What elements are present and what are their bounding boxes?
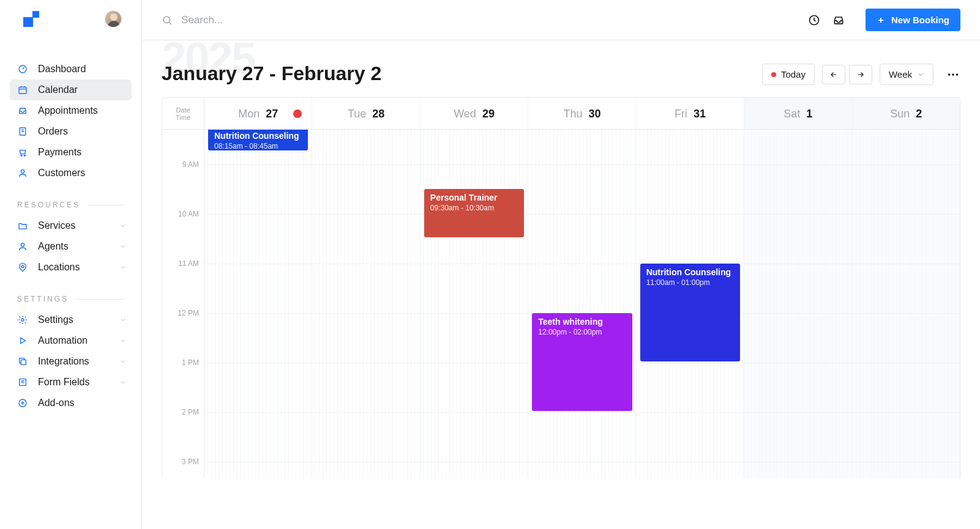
calendar-event[interactable]: Personal Trainer09:30am - 10:30am [424,189,524,237]
sidebar: DashboardCalendarAppointmentsOrdersPayme… [0,0,142,529]
user-icon [17,241,28,252]
gauge-icon [17,64,28,75]
section-label: Resources [17,201,124,209]
nav-item-calendar[interactable]: Calendar [10,80,132,100]
day-header[interactable]: Tue28 [312,98,420,129]
chevron-down-icon [119,243,127,250]
header: New Booking [142,0,980,40]
nav-item-dashboard[interactable]: Dashboard [10,59,132,80]
svg-point-5 [21,170,24,173]
svg-line-13 [169,22,171,24]
inbox-icon[interactable] [832,14,845,26]
nav-label: Orders [38,126,68,137]
day-column[interactable]: Nutrition Counseling11:00am - 01:00pm [637,130,744,478]
search-icon [162,15,173,26]
day-header[interactable]: Wed29 [421,98,528,129]
gear-icon [17,314,28,325]
day-header[interactable]: Thu30 [528,98,636,129]
svg-point-8 [21,319,24,321]
event-title: Nutrition Counseling [646,267,734,277]
day-of-week: Thu [563,108,582,120]
nav-label: Locations [38,262,80,273]
nav-item-customers[interactable]: Customers [10,163,132,183]
next-button[interactable] [849,65,872,84]
nav-item-orders[interactable]: Orders [10,121,132,142]
nav-label: Settings [38,314,73,325]
nav-label: Integrations [38,356,89,367]
day-of-week: Fri [675,108,687,120]
day-number: 29 [482,108,495,120]
svg-rect-9 [21,360,26,364]
nav-label: Payments [38,147,81,158]
event-title: Personal Trainer [430,193,518,202]
calendar-event[interactable]: Nutrition Counseling11:00am - 01:00pm [640,264,740,361]
clock-icon[interactable] [808,14,820,26]
svg-point-6 [21,243,24,246]
nav-item-services[interactable]: Services [10,215,132,236]
day-header[interactable]: Sat1 [744,98,852,129]
receipt-icon [17,126,28,137]
app-logo[interactable] [23,11,39,27]
nav-item-settings[interactable]: Settings [10,309,132,330]
day-column[interactable] [744,130,852,478]
nav-item-locations[interactable]: Locations [10,257,132,278]
svg-point-16 [952,73,954,76]
day-of-week: Tue [348,108,366,120]
new-booking-label: New Booking [891,15,949,25]
calendar-event[interactable]: Nutrition Counseling08:15am - 08:45am [208,130,308,150]
time-label: 3 PM [182,457,199,466]
time-label: 12 PM [178,309,199,317]
chevron-down-icon [119,264,127,271]
pin-icon [17,262,28,273]
day-header[interactable]: Mon27 [204,98,312,129]
view-label: Week [889,69,912,80]
calendar-corner: DateTime [162,98,204,129]
search-input[interactable] [181,14,426,26]
day-header[interactable]: Sun2 [853,98,960,129]
event-title: Nutrition Counseling [214,131,302,141]
time-label: 10 AM [178,210,199,218]
nav-item-appointments[interactable]: Appointments [10,100,132,121]
day-column[interactable]: Nutrition Counseling08:15am - 08:45am [204,130,312,478]
event-time: 11:00am - 01:00pm [646,278,734,287]
today-dot-icon [771,72,776,77]
new-booking-button[interactable]: New Booking [866,9,960,31]
view-select[interactable]: Week [880,64,933,85]
avatar[interactable] [105,10,122,28]
day-column[interactable]: Personal Trainer09:30am - 10:30am [421,130,528,478]
chevron-down-icon [119,358,127,365]
nav-item-agents[interactable]: Agents [10,236,132,257]
user-icon [17,168,28,179]
nav-item-form-fields[interactable]: Form Fields [10,372,132,393]
nav-label: Agents [38,241,69,252]
day-column[interactable] [312,130,420,478]
nav-label: Customers [38,168,85,179]
day-of-week: Wed [454,108,476,120]
time-column: 9 AM10 AM11 AM12 PM1 PM2 PM3 PM [162,130,204,478]
folder-icon [17,220,28,231]
day-header[interactable]: Fri31 [637,98,744,129]
nav-item-payments[interactable]: Payments [10,142,132,163]
nav-item-add-ons[interactable]: Add-ons [10,393,132,413]
nav-item-integrations[interactable]: Integrations [10,351,132,372]
svg-point-15 [948,73,951,76]
more-button[interactable] [946,67,960,82]
day-column[interactable]: Teeth whitening12:00pm - 02:00pm [528,130,636,478]
nav-label: Appointments [38,105,98,116]
nav-item-automation[interactable]: Automation [10,330,132,351]
calendar-icon [17,84,28,95]
svg-point-17 [956,73,959,76]
day-number: 2 [916,108,922,120]
day-number: 30 [588,108,600,120]
chevron-down-icon [119,316,127,324]
event-time: 12:00pm - 02:00pm [538,328,626,336]
prev-button[interactable] [822,65,845,84]
today-button[interactable]: Today [762,64,815,85]
plus-icon [877,16,885,24]
time-label: 2 PM [182,408,199,416]
day-column[interactable] [853,130,960,478]
nav-label: Dashboard [38,64,86,75]
calendar-event[interactable]: Teeth whitening12:00pm - 02:00pm [532,313,632,411]
calendar: DateTimeMon27Tue28Wed29Thu30Fri31Sat1Sun… [142,97,980,529]
day-of-week: Sat [784,108,800,120]
